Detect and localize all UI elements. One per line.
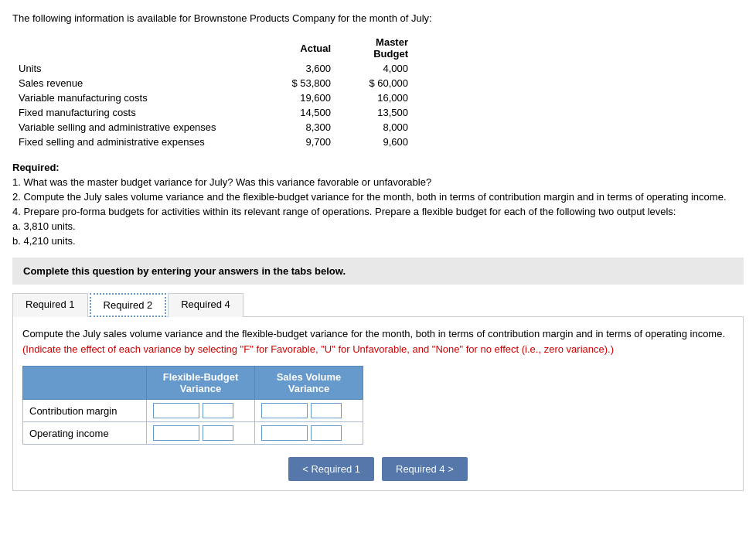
flexible-budget-select-0[interactable] — [203, 403, 233, 418]
row-actual: $ 53,800 — [260, 76, 337, 90]
row-label: Variable manufacturing costs — [12, 90, 260, 105]
col-actual-header: Actual — [260, 35, 337, 61]
variance-table: Flexible-BudgetVariance Sales VolumeVari… — [22, 366, 363, 445]
sales-volume-select-1[interactable] — [311, 425, 342, 441]
variance-row: Contribution margin — [23, 400, 363, 422]
row-master: $ 60,000 — [337, 76, 414, 90]
tabs-container: Required 1 Required 2 Required 4 — [12, 292, 744, 317]
table-row: Sales revenue $ 53,800 $ 60,000 — [12, 76, 414, 90]
flexible-budget-amount-1[interactable] — [153, 425, 199, 441]
tab-required4[interactable]: Required 4 — [168, 293, 243, 317]
row-master: 9,600 — [337, 135, 414, 149]
row-label: Fixed selling and administrative expense… — [12, 135, 260, 149]
row-actual: 14,500 — [260, 105, 337, 120]
table-row: Variable manufacturing costs 19,600 16,0… — [12, 90, 414, 105]
col-master-header: MasterBudget — [337, 35, 414, 61]
required-item-1: 2. Compute the July sales volume varianc… — [12, 191, 744, 203]
tab-description: Compute the July sales volume variance a… — [22, 326, 734, 356]
col-label-header — [12, 35, 260, 61]
table-row: Units 3,600 4,000 — [12, 61, 414, 76]
tab-required2[interactable]: Required 2 — [90, 293, 167, 317]
intro-text: The following information is available f… — [12, 12, 744, 24]
variance-col-flexible: Flexible-BudgetVariance — [147, 367, 255, 400]
row-label: Fixed manufacturing costs — [12, 105, 260, 120]
row-label: Variable selling and administrative expe… — [12, 120, 260, 135]
row-label: Sales revenue — [12, 76, 260, 90]
nav-buttons: < Required 1 Required 4 > — [22, 457, 734, 481]
sales-volume-cell-0[interactable] — [255, 400, 363, 422]
required-header: Required: — [12, 162, 744, 173]
prev-button[interactable]: < Required 1 — [288, 457, 374, 481]
required-item-2: 4. Prepare pro-forma budgets for activit… — [12, 206, 744, 217]
variance-row-label: Contribution margin — [23, 400, 147, 422]
flexible-budget-cell-1[interactable] — [147, 422, 255, 445]
table-row: Fixed selling and administrative expense… — [12, 135, 414, 149]
row-master: 13,500 — [337, 105, 414, 120]
table-row: Fixed manufacturing costs 14,500 13,500 — [12, 105, 414, 120]
row-actual: 19,600 — [260, 90, 337, 105]
required-item-4: b. 4,210 units. — [12, 235, 744, 247]
sales-volume-cell-1[interactable] — [255, 422, 363, 445]
variance-row-label: Operating income — [23, 422, 147, 445]
row-actual: 8,300 — [260, 120, 337, 135]
variance-row: Operating income — [23, 422, 363, 445]
flexible-budget-cell-0[interactable] — [147, 400, 255, 422]
row-master: 4,000 — [337, 61, 414, 76]
sales-volume-amount-0[interactable] — [261, 403, 308, 418]
instruction-box: Complete this question by entering your … — [12, 258, 744, 285]
variance-col-sales: Sales VolumeVariance — [255, 367, 363, 400]
row-master: 16,000 — [337, 90, 414, 105]
row-actual: 3,600 — [260, 61, 337, 76]
required-item-3: a. 3,810 units. — [12, 220, 744, 232]
next-button[interactable]: Required 4 > — [382, 457, 468, 481]
required-item-0: 1. What was the master budget variance f… — [12, 176, 744, 188]
sales-volume-select-0[interactable] — [311, 403, 342, 418]
tab-content: Compute the July sales volume variance a… — [12, 317, 744, 491]
flexible-budget-amount-0[interactable] — [153, 403, 199, 418]
flexible-budget-select-1[interactable] — [203, 425, 233, 441]
row-actual: 9,700 — [260, 135, 337, 149]
tab-required1[interactable]: Required 1 — [12, 293, 88, 317]
sales-volume-amount-1[interactable] — [261, 425, 308, 441]
data-table: Actual MasterBudget Units 3,600 4,000 Sa… — [12, 35, 414, 149]
required-section: Required: 1. What was the master budget … — [12, 162, 744, 247]
row-master: 8,000 — [337, 120, 414, 135]
table-row: Variable selling and administrative expe… — [12, 120, 414, 135]
variance-col-empty — [23, 367, 147, 400]
row-label: Units — [12, 61, 260, 76]
